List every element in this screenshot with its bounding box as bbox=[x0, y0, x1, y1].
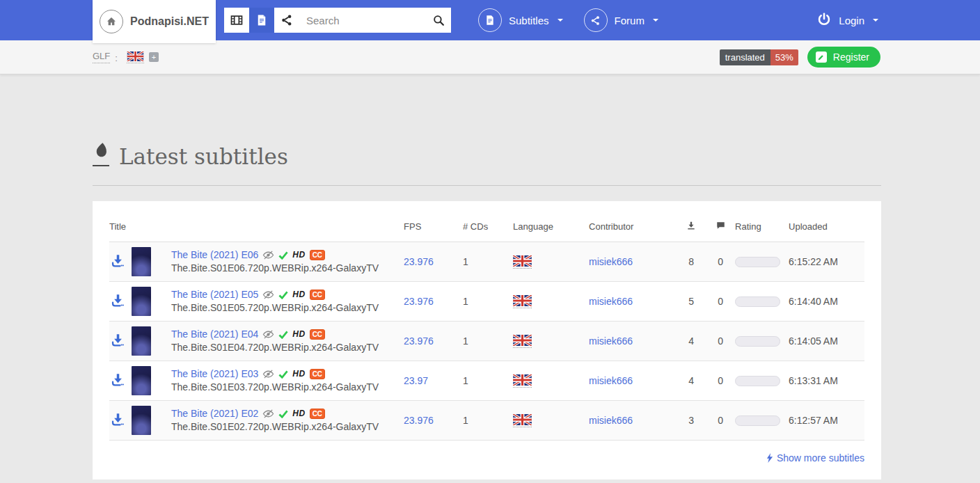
downloads-count: 4 bbox=[677, 322, 706, 361]
fps-cell: 23.976 bbox=[404, 401, 463, 441]
search-bar bbox=[224, 8, 451, 33]
show-more-link[interactable]: Show more subtitles bbox=[766, 452, 864, 464]
language-cell bbox=[513, 282, 589, 322]
global-language-filter: GLF : + bbox=[93, 51, 159, 63]
fps-link[interactable]: 23.976 bbox=[404, 335, 434, 347]
register-button[interactable]: Register bbox=[807, 47, 880, 68]
search-submit-button[interactable] bbox=[426, 8, 451, 33]
menu-forum[interactable]: Forum bbox=[574, 0, 669, 40]
release-name: The.Bite.S01E05.720p.WEBRip.x264-GalaxyT… bbox=[171, 301, 404, 315]
poster-thumbnail bbox=[132, 247, 151, 276]
table-row: The Bite (2021) E04 HD CC The.Bite.S01E0… bbox=[109, 322, 864, 361]
contributor-link[interactable]: misiek666 bbox=[589, 335, 633, 347]
menu-subtitles[interactable]: Subtitles bbox=[468, 0, 574, 40]
pencil-icon bbox=[816, 52, 827, 63]
contributor-link[interactable]: misiek666 bbox=[589, 256, 633, 267]
fps-cell: 23.97 bbox=[404, 361, 463, 401]
share-search-button[interactable] bbox=[274, 8, 299, 33]
uploaded-cell: 6:15:22 AM bbox=[789, 242, 864, 282]
poster-thumbnail bbox=[132, 366, 151, 395]
title-cell: The Bite (2021) E04 HD CC The.Bite.S01E0… bbox=[171, 322, 404, 361]
speech-bubble-icon bbox=[706, 212, 735, 242]
rating-cell bbox=[735, 401, 789, 441]
uk-flag-icon bbox=[513, 374, 532, 388]
subtitles-table: Title FPS # CDs Language Contributor bbox=[109, 212, 864, 441]
movies-filter-button[interactable] bbox=[224, 8, 249, 33]
podnapisi-drop-icon bbox=[93, 142, 109, 166]
subtitle-title-link[interactable]: The Bite (2021) E02 bbox=[171, 407, 258, 420]
check-icon bbox=[278, 331, 288, 339]
subtitle-title-link[interactable]: The Bite (2021) E04 bbox=[171, 328, 258, 341]
comments-count: 0 bbox=[706, 361, 735, 401]
row-download-button[interactable] bbox=[109, 401, 132, 441]
contributor-link[interactable]: misiek666 bbox=[589, 375, 633, 386]
contributor-link[interactable]: misiek666 bbox=[589, 296, 633, 307]
fps-link[interactable]: 23.976 bbox=[404, 415, 434, 426]
uk-flag-icon[interactable] bbox=[127, 52, 144, 63]
hd-badge: HD bbox=[292, 407, 305, 420]
login-menu[interactable]: Login bbox=[816, 0, 878, 40]
uk-flag-icon bbox=[513, 255, 532, 269]
subtitles-filter-button[interactable] bbox=[249, 8, 274, 33]
download-icon bbox=[111, 293, 125, 308]
search-input[interactable] bbox=[299, 8, 426, 33]
row-download-button[interactable] bbox=[109, 361, 132, 401]
fps-link[interactable]: 23.976 bbox=[404, 256, 434, 267]
row-download-button[interactable] bbox=[109, 322, 132, 361]
release-name: The.Bite.S01E02.720p.WEBRip.x264-GalaxyT… bbox=[171, 420, 404, 434]
table-row: The Bite (2021) E03 HD CC The.Bite.S01E0… bbox=[109, 361, 864, 401]
comments-count: 0 bbox=[706, 282, 735, 322]
show-more-label: Show more subtitles bbox=[777, 452, 864, 464]
rating-bar bbox=[735, 376, 780, 386]
downloads-count: 4 bbox=[677, 361, 706, 401]
contributor-cell: misiek666 bbox=[589, 282, 677, 322]
uploaded-cell: 6:14:40 AM bbox=[789, 282, 864, 322]
downloads-count: 8 bbox=[677, 242, 706, 282]
fps-cell: 23.976 bbox=[404, 282, 463, 322]
document-icon bbox=[478, 8, 502, 32]
cc-badge: CC bbox=[310, 250, 325, 260]
add-language-button[interactable]: + bbox=[149, 52, 159, 62]
rating-cell bbox=[735, 282, 789, 322]
hd-badge: HD bbox=[292, 367, 305, 381]
row-download-button[interactable] bbox=[109, 242, 132, 282]
uk-flag-icon bbox=[513, 295, 532, 308]
subtitle-title-link[interactable]: The Bite (2021) E05 bbox=[171, 288, 258, 301]
fps-link[interactable]: 23.976 bbox=[404, 296, 434, 307]
brand-name: Podnapisi.NET bbox=[130, 15, 209, 28]
register-label: Register bbox=[833, 52, 869, 63]
uploaded-cell: 6:12:57 AM bbox=[789, 401, 864, 441]
contributor-cell: misiek666 bbox=[589, 401, 677, 441]
chevron-down-icon bbox=[873, 19, 878, 22]
subtitle-title-link[interactable]: The Bite (2021) E06 bbox=[171, 248, 258, 262]
release-name: The.Bite.S01E04.720p.WEBRip.x264-GalaxyT… bbox=[171, 341, 404, 354]
menu-label: Forum bbox=[615, 15, 645, 26]
cc-badge: CC bbox=[310, 369, 325, 379]
subtitles-card: Title FPS # CDs Language Contributor bbox=[93, 201, 881, 480]
contributor-link[interactable]: misiek666 bbox=[589, 415, 633, 426]
language-filter-bar: GLF : + translated 53% Register bbox=[0, 40, 980, 74]
glf-link[interactable]: GLF bbox=[93, 51, 110, 63]
poster-thumbnail bbox=[132, 326, 151, 356]
cds-cell: 1 bbox=[463, 242, 513, 282]
comments-count: 0 bbox=[706, 401, 735, 441]
lightning-icon bbox=[766, 453, 773, 463]
cds-cell: 1 bbox=[463, 401, 513, 441]
table-row: The Bite (2021) E02 HD CC The.Bite.S01E0… bbox=[109, 401, 864, 441]
translated-progress-badge: translated 53% bbox=[720, 49, 798, 65]
downloads-count: 5 bbox=[677, 282, 706, 322]
fps-link[interactable]: 23.97 bbox=[404, 375, 428, 386]
main-content: Latest subtitles Title FPS # CDs Languag… bbox=[0, 74, 980, 480]
subtitle-title-link[interactable]: The Bite (2021) E03 bbox=[171, 367, 258, 381]
row-download-button[interactable] bbox=[109, 282, 132, 322]
menu-label: Subtitles bbox=[509, 15, 549, 26]
contributor-cell: misiek666 bbox=[589, 361, 677, 401]
eye-slash-icon bbox=[262, 290, 274, 299]
brand-home-link[interactable]: Podnapisi.NET bbox=[93, 0, 216, 43]
cds-cell: 1 bbox=[463, 322, 513, 361]
contributor-cell: misiek666 bbox=[589, 322, 677, 361]
page-title: Latest subtitles bbox=[119, 144, 288, 169]
cc-badge: CC bbox=[310, 409, 325, 419]
subbar-actions: translated 53% Register bbox=[720, 47, 880, 68]
header-rating: Rating bbox=[735, 212, 789, 242]
